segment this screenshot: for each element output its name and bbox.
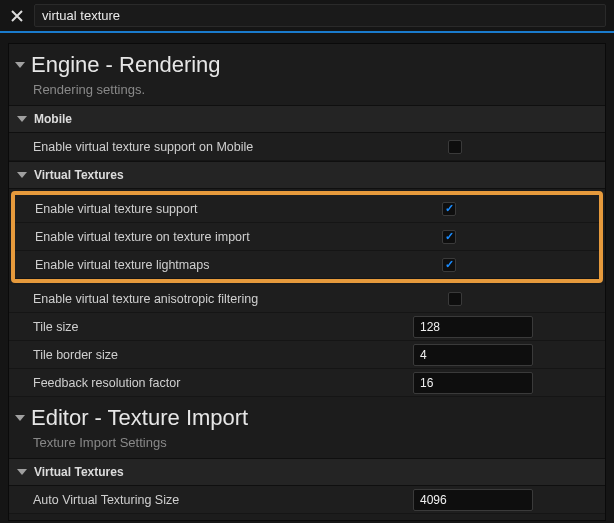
row-label: Enable virtual texture support xyxy=(35,202,407,216)
chevron-down-icon xyxy=(17,116,27,122)
section-title: Engine - Rendering xyxy=(31,52,221,78)
row-enable-vt-aniso: Enable virtual texture anisotropic filte… xyxy=(9,285,605,313)
row-feedback-resolution: Feedback resolution factor xyxy=(9,369,605,397)
row-enable-mobile-vt: Enable virtual texture support on Mobile xyxy=(9,133,605,161)
checkbox-enable-mobile-vt[interactable] xyxy=(448,140,462,154)
row-label: Tile size xyxy=(33,320,413,334)
section-description: Texture Import Settings xyxy=(9,433,605,458)
group-label: Virtual Textures xyxy=(34,465,124,479)
row-label: Enable virtual texture support on Mobile xyxy=(33,140,413,154)
input-auto-vt-size[interactable] xyxy=(413,489,533,511)
row-tile-size: Tile size xyxy=(9,313,605,341)
section-header-texture-import[interactable]: Editor - Texture Import xyxy=(9,397,605,433)
section-header-rendering[interactable]: Engine - Rendering xyxy=(9,44,605,80)
group-header-mobile[interactable]: Mobile xyxy=(9,105,605,133)
row-label: Auto Virtual Texturing Size xyxy=(33,493,413,507)
settings-panel: Engine - Rendering Rendering settings. M… xyxy=(8,43,606,521)
group-label: Mobile xyxy=(34,112,72,126)
row-tile-border-size: Tile border size xyxy=(9,341,605,369)
highlight-box: Enable virtual texture support Enable vi… xyxy=(11,191,603,283)
row-auto-vt-size: Auto Virtual Texturing Size xyxy=(9,486,605,514)
input-tile-size[interactable] xyxy=(413,316,533,338)
section-title: Editor - Texture Import xyxy=(31,405,248,431)
chevron-down-icon xyxy=(17,469,27,475)
row-label: Enable virtual texture on texture import xyxy=(35,230,407,244)
section-description: Rendering settings. xyxy=(9,80,605,105)
chevron-down-icon xyxy=(15,62,25,68)
checkbox-enable-vt-aniso[interactable] xyxy=(448,292,462,306)
row-enable-vt-import: Enable virtual texture on texture import xyxy=(15,223,599,251)
row-label: Enable virtual texture lightmaps xyxy=(35,258,407,272)
close-icon[interactable] xyxy=(8,7,26,25)
group-header-virtual-textures[interactable]: Virtual Textures xyxy=(9,161,605,189)
row-enable-vt-lightmaps: Enable virtual texture lightmaps xyxy=(15,251,599,279)
group-header-ti-virtual-textures[interactable]: Virtual Textures xyxy=(9,458,605,486)
search-input[interactable] xyxy=(34,4,606,27)
row-label: Tile border size xyxy=(33,348,413,362)
chevron-down-icon xyxy=(15,415,25,421)
checkbox-enable-vt-import[interactable] xyxy=(442,230,456,244)
row-label: Feedback resolution factor xyxy=(33,376,413,390)
input-tile-border-size[interactable] xyxy=(413,344,533,366)
checkbox-enable-vt-support[interactable] xyxy=(442,202,456,216)
group-label: Virtual Textures xyxy=(34,168,124,182)
chevron-down-icon xyxy=(17,172,27,178)
row-enable-vt-support: Enable virtual texture support xyxy=(15,195,599,223)
input-feedback-resolution[interactable] xyxy=(413,372,533,394)
row-label: Enable virtual texture anisotropic filte… xyxy=(33,292,413,306)
search-bar xyxy=(0,0,614,33)
checkbox-enable-vt-lightmaps[interactable] xyxy=(442,258,456,272)
